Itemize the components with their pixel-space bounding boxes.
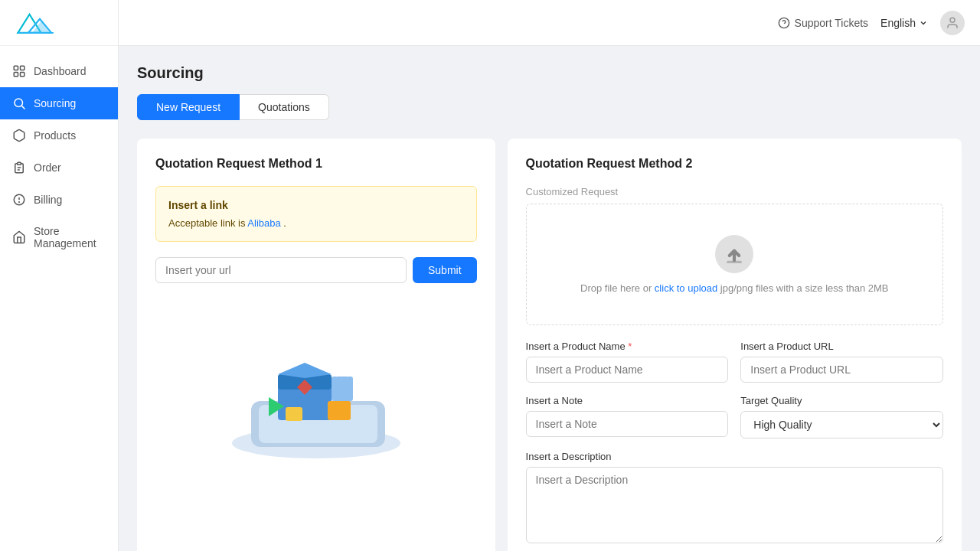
request-columns: Quotation Request Method 1 Insert a link… [137, 139, 962, 551]
sidebar-item-order-label: Order [34, 161, 61, 174]
upload-icon [715, 235, 753, 273]
method1-submit-button[interactable]: Submit [413, 257, 477, 283]
method1-title: Quotation Request Method 1 [155, 157, 477, 171]
quality-group: Target Quality High Quality Medium Quali… [740, 395, 943, 439]
dashboard-icon [12, 64, 26, 78]
logo[interactable] [0, 0, 118, 46]
quality-select[interactable]: High Quality Medium Quality Low Quality [740, 411, 943, 439]
chevron-down-icon [919, 18, 928, 28]
svg-rect-7 [21, 73, 24, 77]
support-tickets-label: Support Tickets [795, 17, 869, 29]
info-box-title: Insert a link [168, 199, 464, 211]
svg-rect-5 [21, 66, 24, 70]
svg-line-9 [21, 106, 24, 109]
sidebar-item-products-label: Products [34, 129, 76, 142]
svg-rect-29 [332, 377, 353, 401]
upload-text: Drop file here or click to upload jpg/pn… [580, 282, 889, 294]
sidebar-item-store-management[interactable]: Store Management [0, 216, 118, 259]
url-input[interactable] [155, 257, 407, 283]
description-group: Insert a Description [526, 451, 943, 543]
sidebar-item-products[interactable]: Products [0, 119, 118, 152]
support-tickets-link[interactable]: Support Tickets [778, 17, 869, 29]
svg-point-8 [15, 99, 23, 107]
required-mark: * [626, 341, 632, 352]
billing-icon [12, 193, 26, 207]
description-label: Insert a Description [526, 451, 943, 462]
order-icon [12, 161, 26, 174]
main-content: Support Tickets English Sourcing New Req… [119, 0, 980, 551]
product-url-group: Insert a Product URL [740, 341, 943, 383]
page-content: Sourcing New Request Quotations Quotatio… [119, 46, 980, 551]
upload-link[interactable]: click to upload [655, 282, 717, 294]
sidebar-item-sourcing[interactable]: Sourcing [0, 87, 118, 119]
url-row: Submit [155, 257, 477, 283]
sidebar-item-dashboard[interactable]: Dashboard [0, 55, 118, 87]
store-icon [12, 230, 26, 244]
note-input[interactable] [526, 411, 729, 437]
product-name-label: Insert a Product Name * [526, 341, 729, 352]
products-icon [12, 129, 26, 142]
language-selector[interactable]: English [880, 17, 928, 29]
product-name-input[interactable] [526, 357, 729, 383]
user-avatar[interactable] [940, 11, 965, 35]
sidebar-item-store-label: Store Management [34, 225, 106, 249]
method1-panel: Quotation Request Method 1 Insert a link… [137, 139, 495, 551]
svg-rect-4 [14, 66, 18, 70]
tab-bar: New Request Quotations [137, 94, 962, 120]
svg-point-18 [950, 18, 955, 22]
product-url-input[interactable] [740, 357, 943, 383]
product-url-label: Insert a Product URL [740, 341, 943, 352]
svg-rect-26 [328, 401, 351, 420]
quality-label: Target Quality [740, 395, 943, 406]
alibaba-link[interactable]: Alibaba [247, 217, 280, 229]
tab-quotations[interactable]: Quotations [240, 94, 329, 120]
svg-rect-10 [18, 162, 21, 165]
tab-new-request[interactable]: New Request [137, 94, 240, 120]
description-textarea[interactable] [526, 467, 943, 543]
note-group: Insert a Note [526, 395, 729, 439]
sidebar-item-billing-label: Billing [34, 194, 62, 206]
sidebar-item-sourcing-label: Sourcing [34, 97, 76, 109]
info-box-prefix: Acceptable link is [168, 217, 247, 229]
sidebar-item-order[interactable]: Order [0, 152, 118, 184]
page-title: Sourcing [137, 64, 962, 82]
method2-panel: Quotation Request Method 2 Customized Re… [508, 139, 962, 551]
svg-point-15 [19, 202, 20, 203]
product-name-group: Insert a Product Name * [526, 341, 729, 383]
upload-suffix: jpg/png files with a size less than 2MB [717, 282, 888, 294]
info-box: Insert a link Acceptable link is Alibaba… [155, 186, 477, 242]
sidebar-item-dashboard-label: Dashboard [34, 65, 87, 77]
sidebar-nav: Dashboard Sourcing Products Order Billin… [0, 46, 118, 268]
note-quality-row: Insert a Note Target Quality High Qualit… [526, 395, 943, 439]
user-icon [946, 16, 959, 30]
sidebar-item-billing[interactable]: Billing [0, 184, 118, 216]
method2-title: Quotation Request Method 2 [526, 157, 943, 171]
sourcing-icon [12, 96, 26, 110]
support-icon [778, 17, 790, 29]
sidebar: Dashboard Sourcing Products Order Billin… [0, 0, 119, 551]
customized-request-label: Customized Request [526, 186, 943, 197]
upload-prefix: Drop file here or [580, 282, 655, 294]
info-box-suffix: . [281, 217, 286, 229]
svg-rect-6 [14, 73, 18, 77]
name-url-row: Insert a Product Name * Insert a Product… [526, 341, 943, 383]
language-label: English [880, 17, 916, 29]
info-box-text: Acceptable link is Alibaba . [168, 217, 464, 229]
illustration-area [155, 302, 477, 485]
svg-rect-27 [286, 407, 302, 421]
header: Support Tickets English [119, 0, 980, 46]
note-label: Insert a Note [526, 395, 729, 406]
ecommerce-illustration [209, 317, 423, 470]
upload-area[interactable]: Drop file here or click to upload jpg/pn… [526, 204, 943, 325]
